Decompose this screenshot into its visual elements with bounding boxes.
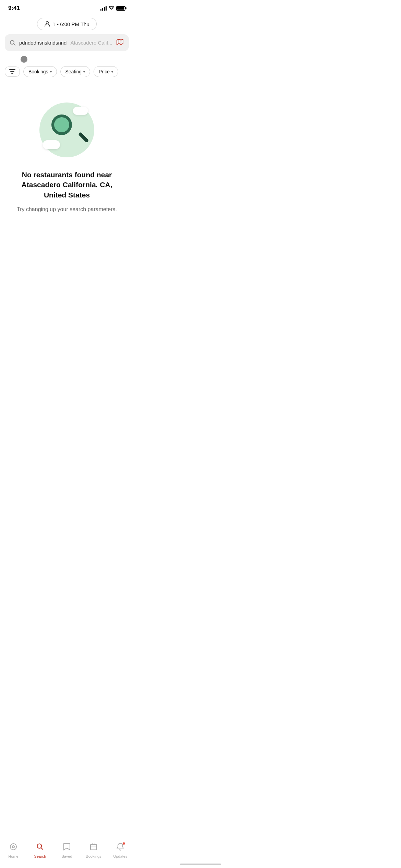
search-icon: [10, 40, 16, 46]
empty-title: No restaurants found near Atascadero Cal…: [10, 170, 123, 200]
price-filter-button[interactable]: Price ▾: [94, 66, 118, 77]
status-time: 9:41: [8, 5, 20, 12]
svg-rect-4: [11, 73, 13, 74]
price-filter-label: Price: [99, 69, 110, 74]
bookings-chevron-icon: ▾: [50, 70, 52, 74]
magnifier-handle-icon: [78, 132, 89, 143]
search-location: Atascadero Calif...: [70, 40, 112, 46]
svg-rect-2: [9, 69, 15, 70]
signal-icon: [100, 6, 107, 11]
bookings-filter-label: Bookings: [28, 69, 48, 74]
price-chevron-icon: ▾: [111, 70, 113, 74]
filter-row: Bookings ▾ Seating ▾ Price ▾: [0, 63, 134, 82]
seating-filter-label: Seating: [65, 69, 82, 74]
seating-filter-button[interactable]: Seating ▾: [60, 66, 90, 77]
party-pill[interactable]: 1 • 6:00 PM Thu: [37, 18, 97, 30]
search-bar[interactable]: Atascadero Calif...: [5, 34, 129, 51]
search-illustration: [39, 103, 94, 157]
filter-options-button[interactable]: [5, 67, 20, 77]
search-bar-wrap: Atascadero Calif...: [0, 34, 134, 55]
bookings-filter-button[interactable]: Bookings ▾: [23, 66, 57, 77]
magnifier-glass-icon: [51, 114, 72, 135]
map-icon[interactable]: [116, 38, 124, 48]
scroll-indicator: [0, 55, 134, 63]
status-bar: 9:41: [0, 0, 134, 14]
svg-point-0: [46, 22, 49, 24]
battery-icon: [116, 6, 125, 11]
cloud-bottom-icon: [43, 140, 60, 149]
party-label: 1 • 6:00 PM Thu: [52, 21, 89, 27]
party-pill-wrap: 1 • 6:00 PM Thu: [0, 14, 134, 34]
wifi-icon: [109, 6, 114, 10]
empty-state: No restaurants found near Atascadero Cal…: [0, 82, 134, 227]
scroll-dot: [21, 56, 27, 63]
person-icon: [44, 21, 50, 27]
search-input[interactable]: [19, 40, 67, 46]
cloud-top-icon: [73, 107, 88, 115]
svg-rect-3: [10, 71, 14, 72]
empty-subtitle: Try changing up your search parameters.: [17, 205, 117, 214]
seating-chevron-icon: ▾: [83, 70, 85, 74]
status-icons: [100, 6, 125, 11]
